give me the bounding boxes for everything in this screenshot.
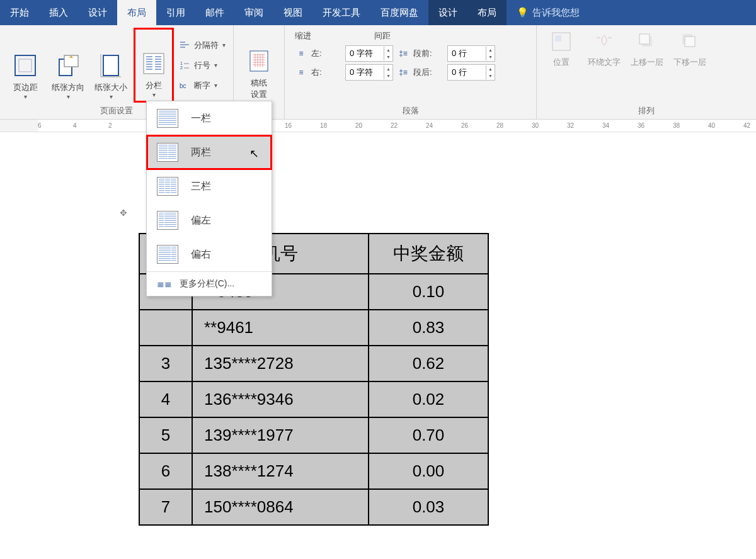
table-cell: 5 [139,417,192,453]
breaks-button[interactable]: 分隔符 ▾ [176,37,228,54]
tab-table-design[interactable]: 设计 [428,0,467,25]
arrange-label: 排列 [542,103,751,118]
margins-button[interactable]: 页边距▾ [5,28,45,103]
table-cell: 0.62 [369,346,488,381]
tell-me[interactable]: 💡告诉我您想 [507,0,590,25]
arrange-group: 位置 环绕文字 上移一层 下移一层 排列 [537,25,756,119]
ribbon: 页边距▾ 纸张方向▾ 纸张大小▾ 分栏▾ 分隔符 ▾ 12行号 ▾ bc断字 ▾… [0,25,756,120]
table-cell: 0.02 [369,381,488,417]
ruler-tick: 34 [602,122,609,129]
ruler-tick: 42 [743,122,750,129]
size-icon [98,53,123,78]
columns-three[interactable]: 三栏 [147,169,272,203]
columns-button[interactable]: 分栏▾ [134,28,174,103]
ruler-tick: 26 [461,122,468,129]
forward-icon [636,30,658,53]
orientation-button[interactable]: 纸张方向▾ [48,28,88,103]
space-before-icon: ‡≡ [397,49,410,58]
two-column-icon [157,143,178,162]
table-row[interactable]: 5139****19770.70 [139,417,488,453]
space-before-input[interactable]: ▲▼ [447,45,495,62]
tab-reference[interactable]: 引用 [156,0,195,25]
ruler-tick: 36 [638,122,644,129]
ribbon-tabs: 开始 插入 设计 布局 引用 邮件 审阅 视图 开发工具 百度网盘 设计 布局 … [0,0,756,25]
ruler-tick: 20 [355,122,362,129]
breaks-icon [179,40,190,51]
columns-one[interactable]: 一栏 [147,101,272,135]
more-columns-icon: ≣≣ [157,279,172,289]
table-cell [139,310,192,346]
tab-table-layout[interactable]: 布局 [467,0,507,25]
space-after-input[interactable]: ▲▼ [447,64,495,81]
table-row[interactable]: 7150****08640.03 [139,489,488,525]
columns-more[interactable]: ≣≣ 更多分栏(C)... [147,272,272,296]
table-cell: 0.10 [369,274,488,310]
ruler-tick: 16 [285,122,292,129]
ruler: 6421012141618202224262830323436384042 [0,120,756,132]
svg-rect-4 [103,55,118,76]
space-after-label: 段后: [413,67,444,78]
position-button[interactable]: 位置 [542,28,581,71]
spacing-header: 间距 [374,30,391,42]
bulb-icon: 💡 [517,7,529,18]
anchor-icon: ✥ [120,208,127,218]
svg-rect-43 [639,34,650,44]
tab-review[interactable]: 审阅 [234,0,273,25]
svg-rect-45 [685,37,695,47]
table-cell: 3 [139,346,192,381]
tab-dev[interactable]: 开发工具 [312,0,370,25]
indent-left-input[interactable]: ▲▼ [345,45,393,62]
columns-dropdown: 一栏 两栏 ↖ 三栏 偏左 偏右 ≣≣ 更多分栏(C)... [146,101,272,296]
ruler-tick: 24 [426,122,433,129]
backward-button[interactable]: 下移一层 [670,28,709,71]
table-cell: 150****0864 [192,489,369,525]
cursor-icon: ↖ [249,147,259,161]
tab-baidu[interactable]: 百度网盘 [370,0,428,25]
ruler-tick: 18 [320,122,327,129]
tab-insert[interactable]: 插入 [39,0,78,25]
paper-settings-button[interactable]: 稿纸 设置 [239,28,279,103]
tab-mail[interactable]: 邮件 [195,0,234,25]
indent-header: 缩进 [295,30,311,42]
tab-view[interactable]: 视图 [273,0,312,25]
tab-start[interactable]: 开始 [0,0,39,25]
svg-rect-39 [555,35,561,42]
line-numbers-button[interactable]: 12行号 ▾ [176,57,228,74]
table-cell: 135****2728 [192,346,369,381]
position-icon [550,30,573,53]
ruler-tick: 38 [673,122,680,129]
tab-design[interactable]: 设计 [78,0,117,25]
table-row[interactable]: 4136****93460.02 [139,381,488,417]
indent-right-icon: ≡ [295,68,307,77]
table-cell: 4 [139,381,192,417]
table-row[interactable]: **94610.83 [139,310,488,346]
columns-icon [141,51,166,76]
svg-rect-1 [19,59,32,72]
forward-button[interactable]: 上移一层 [627,28,667,71]
one-column-icon [157,109,178,128]
hyphenation-button[interactable]: bc断字 ▾ [176,77,228,94]
table-cell: 6 [139,453,192,489]
table-cell: 0.00 [369,453,488,489]
columns-two[interactable]: 两栏 ↖ [147,135,272,169]
ruler-tick: 2 [108,122,112,129]
table-cell: 0.83 [369,310,488,346]
svg-text:1: 1 [180,61,183,65]
margins-icon [13,53,38,78]
ruler-tick: 22 [391,122,398,129]
ruler-tick: 32 [567,122,574,129]
size-button[interactable]: 纸张大小▾ [91,28,131,103]
indent-right-input[interactable]: ▲▼ [345,64,393,81]
table-row[interactable]: 3135****27280.62 [139,346,488,381]
document-area: ✥ 机号 中奖金额 **04850.10**94610.833135****27… [0,132,756,526]
columns-right[interactable]: 偏右 [147,237,272,271]
ruler-tick: 40 [708,122,715,129]
orientation-icon [55,53,81,78]
tab-layout[interactable]: 布局 [117,0,156,25]
table-row[interactable]: 6138****12740.00 [139,453,488,489]
right-column-icon [157,245,178,264]
hyphenation-icon: bc [179,80,190,91]
wrap-button[interactable]: 环绕文字 [585,28,624,71]
left-column-icon [157,211,178,230]
columns-left[interactable]: 偏左 [147,203,272,237]
